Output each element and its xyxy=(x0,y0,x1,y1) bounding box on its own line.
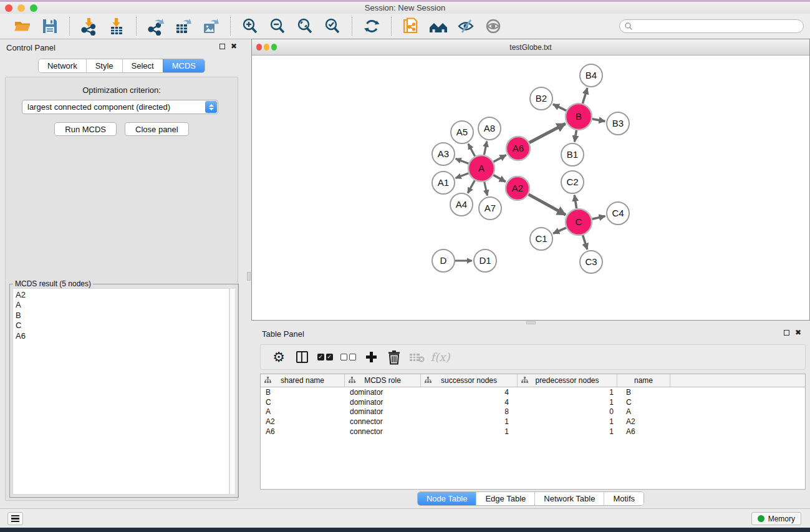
column-header-predecessor-nodes[interactable]: predecessor nodes xyxy=(518,374,617,387)
graph-node-A8[interactable]: A8 xyxy=(478,117,501,140)
table-cell[interactable]: C xyxy=(617,398,670,407)
zoom-selected-button[interactable] xyxy=(322,16,343,37)
function-builder-button[interactable]: f(x) xyxy=(432,349,449,366)
delete-table-button[interactable] xyxy=(408,349,426,366)
table-cell[interactable]: 8 xyxy=(421,407,518,416)
graph-edge-A-A8[interactable] xyxy=(484,142,486,155)
table-cell[interactable]: 4 xyxy=(421,388,518,397)
graph-node-C3[interactable]: C3 xyxy=(580,251,602,273)
close-panel-button[interactable]: Close panel xyxy=(125,122,189,136)
graph-node-C4[interactable]: C4 xyxy=(607,202,629,225)
table-cell[interactable]: connector xyxy=(345,417,421,426)
zoom-fit-button[interactable] xyxy=(294,16,316,37)
table-cell[interactable]: 1 xyxy=(518,388,617,397)
run-mcds-button[interactable]: Run MCDS xyxy=(54,122,117,136)
select-all-columns-button[interactable]: ✓✓ xyxy=(316,349,334,366)
save-session-button[interactable] xyxy=(39,16,60,37)
table-cell[interactable]: connector xyxy=(345,427,421,436)
table-cell[interactable]: 1 xyxy=(518,398,617,407)
table-settings-button[interactable]: ⚙ xyxy=(270,349,287,366)
close-table-panel-icon[interactable]: ✖ xyxy=(795,329,801,336)
tab-motifs[interactable]: Motifs xyxy=(604,492,644,505)
graph-node-B3[interactable]: B3 xyxy=(607,112,629,135)
table-row[interactable]: Bdominator41B xyxy=(261,387,805,397)
table-cell[interactable]: B xyxy=(261,388,345,397)
search-field[interactable] xyxy=(619,19,804,33)
table-cell[interactable]: A6 xyxy=(617,427,670,436)
table-cell[interactable]: A6 xyxy=(261,427,345,436)
graph-edge-A-A2[interactable] xyxy=(493,175,505,182)
zoom-out-button[interactable] xyxy=(267,16,288,37)
graph-edge-A2-C[interactable] xyxy=(529,195,566,215)
table-cell[interactable]: A2 xyxy=(261,417,345,426)
show-eye-button[interactable] xyxy=(483,16,504,37)
search-input[interactable] xyxy=(633,21,803,32)
zoom-in-button[interactable] xyxy=(239,16,261,37)
deselect-all-columns-button[interactable] xyxy=(339,349,357,366)
open-file-button[interactable] xyxy=(12,16,33,37)
graph-node-A3[interactable]: A3 xyxy=(432,143,455,165)
delete-column-button[interactable] xyxy=(385,349,403,366)
add-column-button[interactable] xyxy=(362,349,380,366)
table-cell[interactable]: 1 xyxy=(518,417,617,426)
memory-button[interactable]: Memory xyxy=(751,512,801,525)
graph-edge-A-A4[interactable] xyxy=(468,180,475,193)
table-row[interactable]: A6connector11A6 xyxy=(261,427,805,437)
tab-node-table[interactable]: Node Table xyxy=(418,492,476,505)
table-cell[interactable]: dominator xyxy=(345,388,421,397)
export-network-button[interactable] xyxy=(145,16,166,37)
mcds-result-item[interactable]: A6 xyxy=(16,331,229,341)
table-cell[interactable]: 4 xyxy=(421,398,518,407)
graph-edge-C-C4[interactable] xyxy=(592,216,605,220)
graph-edge-B-B2[interactable] xyxy=(553,104,566,110)
table-cell[interactable]: 1 xyxy=(518,427,617,436)
graph-node-C[interactable]: C xyxy=(566,209,592,235)
graph-node-A4[interactable]: A4 xyxy=(450,193,473,216)
column-header-name[interactable]: name xyxy=(617,374,670,387)
network-document-button[interactable] xyxy=(400,16,422,37)
column-header-shared-name[interactable]: shared name xyxy=(261,374,345,387)
graph-node-C2[interactable]: C2 xyxy=(561,171,584,193)
graph-edge-B-B3[interactable] xyxy=(592,119,605,122)
show-panels-button[interactable] xyxy=(7,512,23,525)
graph-edge-B-B4[interactable] xyxy=(582,88,587,104)
table-cell[interactable]: dominator xyxy=(345,407,421,416)
graph-node-C1[interactable]: C1 xyxy=(530,228,552,250)
graph-node-B2[interactable]: B2 xyxy=(530,87,552,110)
mcds-result-item[interactable]: A2 xyxy=(16,290,229,300)
tab-mcds[interactable]: MCDS xyxy=(163,59,205,72)
refresh-layout-button[interactable] xyxy=(361,16,382,37)
float-panel-icon[interactable] xyxy=(219,44,225,49)
graph-node-B1[interactable]: B1 xyxy=(561,143,584,166)
network-canvas[interactable]: B4B2BB3A8A5A6A3B1AA1C2A2A4A7C4CC1DD1C3 xyxy=(252,56,809,320)
table-cell[interactable]: A xyxy=(617,407,670,416)
graph-node-B[interactable]: B xyxy=(566,104,592,130)
graph-edge-A-A3[interactable] xyxy=(456,158,469,163)
table-row[interactable]: Cdominator41C xyxy=(261,397,805,407)
export-image-button[interactable] xyxy=(200,16,221,37)
graph-edge-C-C2[interactable] xyxy=(574,195,576,209)
result-scrollbar[interactable] xyxy=(229,288,236,495)
graph-edge-C-C3[interactable] xyxy=(583,235,587,249)
mcds-result-item[interactable]: C xyxy=(16,321,229,331)
import-network-button[interactable] xyxy=(79,16,100,37)
table-cell[interactable]: C xyxy=(261,398,345,407)
graph-edge-A-A1[interactable] xyxy=(456,173,469,178)
graph-node-A6[interactable]: A6 xyxy=(506,137,530,160)
mcds-result-list[interactable]: A2ABCA6 xyxy=(12,288,229,495)
column-header-MCDS-role[interactable]: MCDS role xyxy=(345,374,421,387)
horizontal-splitter-handle[interactable] xyxy=(526,321,536,324)
graph-node-A5[interactable]: A5 xyxy=(451,121,473,143)
tab-select[interactable]: Select xyxy=(122,59,163,72)
graph-edge-C-C1[interactable] xyxy=(553,228,566,233)
graph-edge-A-A7[interactable] xyxy=(485,181,488,195)
graph-edge-A6-B[interactable] xyxy=(529,123,566,143)
graph-edge-B-B1[interactable] xyxy=(574,130,576,142)
graph-node-A[interactable]: A xyxy=(468,155,494,181)
graph-edge-A-A5[interactable] xyxy=(468,144,475,157)
tab-network-table[interactable]: Network Table xyxy=(534,492,604,505)
export-table-button[interactable] xyxy=(173,16,194,37)
tab-edge-table[interactable]: Edge Table xyxy=(476,492,534,505)
close-panel-icon[interactable]: ✖ xyxy=(231,43,237,49)
graph-node-D[interactable]: D xyxy=(432,249,455,272)
